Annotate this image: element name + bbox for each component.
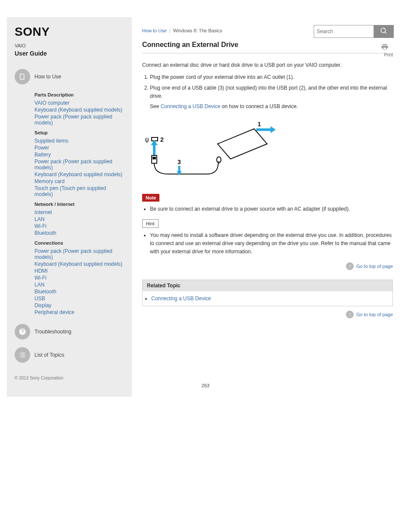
- steps-list: Plug the power cord of your external dri…: [150, 73, 393, 111]
- sidebar-heading: Parts Description: [34, 92, 124, 97]
- hint-block: Hint You may need to install a software …: [142, 219, 393, 256]
- svg-marker-2: [271, 126, 276, 133]
- sidebar-link[interactable]: Keyboard (Keyboard supplied models): [34, 107, 124, 113]
- related-heading: Related Topic: [143, 280, 392, 291]
- sidebar-section-0: Parts Description VAIO computer Keyboard…: [15, 92, 124, 126]
- sidebar-link[interactable]: Power pack (Power pack supplied models): [34, 114, 124, 126]
- tab-link[interactable]: How to Use: [142, 28, 167, 33]
- svg-marker-14: [177, 171, 182, 175]
- sidebar-item-howtouse[interactable]: How to Use: [15, 69, 124, 84]
- svg-text:3: 3: [177, 159, 181, 165]
- sidebar-link[interactable]: VAIO computer: [34, 100, 124, 106]
- svg-text:ψ: ψ: [145, 136, 149, 143]
- list-item: Plug the power cord of your external dri…: [150, 73, 393, 81]
- brand-logo: SONY: [15, 25, 124, 39]
- sidebar-link[interactable]: Bluetooth: [34, 289, 124, 295]
- note-block: Note Be sure to connect an external driv…: [142, 193, 393, 213]
- svg-text:2: 2: [160, 136, 164, 143]
- sidebar: SONY VAIO User Guide How to Use Parts De…: [7, 17, 132, 397]
- print-button[interactable]: [381, 43, 389, 53]
- sidebar-item-label: How to Use: [34, 74, 61, 80]
- sidebar-link[interactable]: Peripheral device: [34, 309, 124, 315]
- page-title: Connecting an External Drive: [142, 41, 393, 49]
- product-label: VAIO: [15, 43, 124, 48]
- sidebar-link[interactable]: Keyboard (Keyboard supplied models): [34, 261, 124, 267]
- go-to-top[interactable]: ↑ Go to top of page: [142, 311, 393, 318]
- sidebar-link[interactable]: Display: [34, 302, 124, 308]
- intro-text: Connect an external disc drive or hard d…: [142, 61, 393, 69]
- copyright: © 2013 Sony Corporation: [15, 376, 124, 380]
- sidebar-link[interactable]: Power pack (Power pack supplied models): [34, 159, 124, 171]
- print-label: Print: [384, 53, 393, 57]
- list-item: You may need to install a software drive…: [150, 231, 393, 256]
- product-model: User Guide: [15, 50, 124, 57]
- search: [314, 25, 394, 38]
- sidebar-heading: Network / Internet: [34, 202, 124, 207]
- svg-marker-0: [218, 129, 267, 159]
- main-content: How to Use | Windows 8: The Basics Conne…: [142, 0, 411, 318]
- sidebar-link[interactable]: Internet: [34, 209, 124, 215]
- sidebar-link[interactable]: Wi-Fi: [34, 275, 124, 281]
- search-button[interactable]: [374, 25, 394, 38]
- svg-rect-5: [152, 137, 158, 141]
- search-icon: [380, 27, 388, 36]
- note-label: Note: [142, 194, 159, 202]
- divider: |: [169, 28, 171, 33]
- related-link[interactable]: Connecting a USB Device: [151, 296, 211, 302]
- sidebar-heading: Setup: [34, 130, 124, 135]
- sidebar-link[interactable]: Supplied items: [34, 138, 124, 144]
- list-item: Be sure to connect an external drive to …: [150, 205, 393, 213]
- go-to-top-label: Go to top of page: [356, 264, 393, 269]
- sidebar-section-3: Connections Power pack (Power pack suppl…: [15, 240, 124, 315]
- sidebar-link[interactable]: Memory card: [34, 178, 124, 184]
- related-topic-box: Related Topic Connecting a USB Device: [142, 280, 393, 306]
- sidebar-item-label: List of Topics: [34, 352, 64, 358]
- print-icon: [381, 45, 389, 52]
- go-to-top[interactable]: ↑ Go to top of page: [142, 262, 393, 270]
- list-icon: [15, 347, 30, 363]
- sidebar-section-1: Setup Supplied items Power Battery Power…: [15, 130, 124, 197]
- go-to-top-label: Go to top of page: [356, 312, 393, 317]
- connection-diagram: 1 ψ 2 3: [142, 116, 393, 187]
- sidebar-link[interactable]: Touch pen (Touch pen supplied models): [34, 185, 124, 197]
- hint-label: Hint: [142, 219, 159, 228]
- sidebar-link[interactable]: LAN: [34, 216, 124, 222]
- sidebar-link[interactable]: Wi-Fi: [34, 223, 124, 229]
- list-item: Connecting a USB Device: [151, 296, 384, 302]
- svg-text:1: 1: [258, 121, 261, 128]
- question-icon: [15, 324, 30, 339]
- list-item: Plug one end of a USB cable (3) (not sup…: [150, 84, 393, 111]
- sidebar-section-2: Network / Internet Internet LAN Wi-Fi Bl…: [15, 202, 124, 236]
- sidebar-heading: Connections: [34, 240, 124, 246]
- sidebar-link[interactable]: Power: [34, 145, 124, 151]
- tab-title: Windows 8: The Basics: [173, 28, 222, 33]
- arrow-up-icon: ↑: [346, 262, 354, 270]
- arrow-up-icon: ↑: [346, 311, 354, 318]
- sidebar-link[interactable]: HDMI: [34, 268, 124, 274]
- sidebar-link[interactable]: LAN: [34, 282, 124, 288]
- divider-line: [142, 53, 393, 53]
- sidebar-item-troubleshooting[interactable]: Troubleshooting: [15, 324, 124, 339]
- search-input[interactable]: [314, 25, 374, 38]
- book-icon: [15, 69, 30, 84]
- sidebar-link[interactable]: Power pack (Power pack supplied models): [34, 248, 124, 260]
- sidebar-link[interactable]: USB: [34, 296, 124, 302]
- svg-rect-10: [153, 157, 156, 159]
- sidebar-item-list[interactable]: List of Topics: [15, 347, 124, 363]
- inline-link[interactable]: Connecting a USB Device: [161, 103, 221, 109]
- sidebar-item-label: Troubleshooting: [34, 329, 72, 335]
- sidebar-link[interactable]: Bluetooth: [34, 230, 124, 236]
- sidebar-link[interactable]: Keyboard (Keyboard supplied models): [34, 171, 124, 177]
- sidebar-link[interactable]: Battery: [34, 152, 124, 158]
